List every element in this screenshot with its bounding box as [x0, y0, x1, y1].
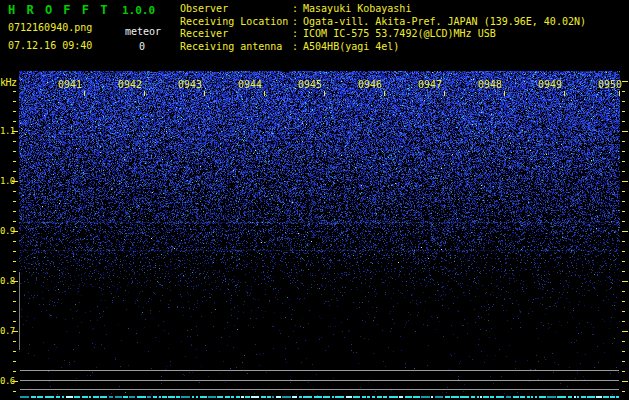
- axis-tick: [622, 191, 625, 192]
- axis-tick: [622, 221, 625, 222]
- axis-tick: [13, 171, 16, 172]
- axis-tick: [622, 381, 628, 382]
- y-axis-unit-label: kHz: [0, 78, 17, 88]
- hrofft-app-window: H R O F F T 1.0.0 0712160940.png meteor …: [0, 0, 629, 400]
- axis-tick: [622, 331, 628, 332]
- axis-tick: [622, 91, 625, 92]
- axis-tick: [622, 181, 628, 182]
- axis-tick: [12, 181, 18, 182]
- axis-tick: [324, 91, 325, 96]
- time-label-0950: 0950: [598, 80, 622, 90]
- axis-tick: [12, 331, 18, 332]
- axis-tick: [13, 301, 16, 302]
- axis-tick: [13, 371, 16, 372]
- datetime-label: 07.12.16 09:40: [8, 40, 92, 52]
- axis-tick: [13, 261, 16, 262]
- colon: :: [292, 41, 298, 54]
- axis-tick: [13, 91, 16, 92]
- colon: :: [292, 16, 298, 29]
- axis-tick: [13, 141, 16, 142]
- axis-tick: [13, 111, 16, 112]
- axis-tick: [13, 191, 16, 192]
- time-label-0945: 0945: [298, 80, 322, 90]
- axis-tick: [622, 101, 625, 102]
- axis-tick: [384, 91, 385, 96]
- axis-tick: [622, 201, 625, 202]
- axis-tick: [619, 91, 620, 96]
- axis-tick: [13, 361, 16, 362]
- axis-tick: [622, 321, 625, 322]
- axis-tick: [622, 281, 628, 282]
- axis-tick: [13, 321, 16, 322]
- info-label: Receiving Location: [180, 16, 292, 29]
- axis-tick: [264, 91, 265, 96]
- axis-tick: [13, 201, 16, 202]
- axis-tick: [622, 231, 628, 232]
- axis-tick: [622, 261, 625, 262]
- axis-tick: [622, 171, 625, 172]
- axis-tick: [622, 161, 625, 162]
- info-row-antenna: Receiving antenna:A504HB(yagi 4el): [180, 41, 586, 54]
- axis-tick: [622, 371, 625, 372]
- info-row-receiver: Receiver:ICOM IC-575 53.7492(@LCD)MHz US…: [180, 28, 586, 41]
- info-label: Receiver: [180, 28, 292, 41]
- axis-tick: [13, 211, 16, 212]
- info-row-observer: Observer:Masayuki Kobayashi: [180, 3, 586, 16]
- axis-tick: [13, 151, 16, 152]
- axis-tick: [622, 121, 625, 122]
- time-label-0942: 0942: [118, 80, 142, 90]
- meteor-count: 0: [139, 41, 145, 53]
- meteor-mode-label: meteor: [125, 26, 161, 38]
- axis-tick: [144, 91, 145, 96]
- axis-tick: [622, 81, 628, 82]
- info-value: ICOM IC-575 53.7492(@LCD)MHz USB: [303, 28, 496, 39]
- axis-tick: [13, 391, 16, 392]
- observation-info: Observer:Masayuki Kobayashi Receiving Lo…: [180, 3, 586, 53]
- axis-tick: [622, 351, 625, 352]
- axis-tick: [12, 131, 18, 132]
- axis-tick: [13, 341, 16, 342]
- axis-tick: [13, 271, 16, 272]
- axis-tick: [622, 141, 625, 142]
- time-label-0949: 0949: [538, 80, 562, 90]
- axis-tick: [13, 311, 16, 312]
- axis-tick: [12, 231, 18, 232]
- axis-tick: [622, 211, 625, 212]
- spectrogram-canvas: [19, 71, 620, 398]
- axis-tick: [622, 251, 625, 252]
- axis-tick: [622, 291, 625, 292]
- time-label-0943: 0943: [178, 80, 202, 90]
- app-version: 1.0.0: [122, 4, 155, 17]
- app-title: H R O F F T: [8, 3, 109, 17]
- axis-tick: [622, 271, 625, 272]
- axis-tick: [622, 301, 625, 302]
- time-label-0947: 0947: [418, 80, 442, 90]
- axis-tick: [13, 291, 16, 292]
- axis-tick: [84, 91, 85, 96]
- axis-tick: [622, 391, 625, 392]
- axis-tick: [622, 111, 625, 112]
- axis-tick: [622, 311, 625, 312]
- axis-tick: [204, 91, 205, 96]
- axis-tick: [622, 341, 625, 342]
- axis-tick: [13, 101, 16, 102]
- time-label-0944: 0944: [238, 80, 262, 90]
- axis-tick: [13, 221, 16, 222]
- axis-tick: [622, 131, 628, 132]
- info-label: Receiving antenna: [180, 41, 292, 54]
- output-filename: 0712160940.png: [8, 22, 92, 34]
- time-label-0946: 0946: [358, 80, 382, 90]
- colon: :: [292, 3, 298, 16]
- info-value: Ogata-vill. Akita-Pref. JAPAN (139.96E, …: [303, 16, 586, 27]
- axis-tick: [12, 281, 18, 282]
- axis-tick: [13, 351, 16, 352]
- axis-tick: [622, 361, 625, 362]
- time-label-0948: 0948: [478, 80, 502, 90]
- axis-tick: [13, 161, 16, 162]
- axis-tick: [13, 121, 16, 122]
- axis-tick: [622, 151, 625, 152]
- time-label-0941: 0941: [58, 80, 82, 90]
- axis-tick: [12, 381, 18, 382]
- axis-tick: [504, 91, 505, 96]
- axis-tick: [444, 91, 445, 96]
